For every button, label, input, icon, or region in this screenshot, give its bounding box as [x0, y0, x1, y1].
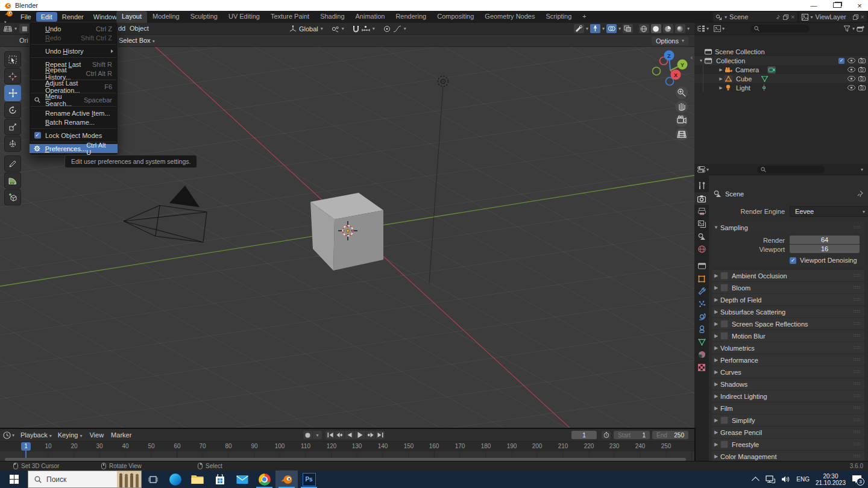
taskbar-chrome[interactable] [253, 471, 275, 488]
taskbar-mail[interactable] [231, 471, 253, 488]
falloff-caret[interactable]: ▾ [404, 26, 406, 31]
language-indicator[interactable]: ENG [796, 476, 810, 483]
breadcrumb[interactable]: Scene [725, 190, 744, 198]
end-frame-field[interactable]: End250 [652, 431, 688, 439]
panel-curves[interactable]: ▶Curves∷∷ [712, 366, 864, 378]
tool-move[interactable] [4, 85, 21, 101]
tool-measure[interactable] [4, 172, 21, 189]
tab-object[interactable] [694, 272, 709, 285]
close-button[interactable]: × [856, 1, 863, 10]
sidebar-collapse-arrow[interactable]: ‹ [691, 54, 693, 61]
panel-indirect-lighting[interactable]: ▶Indirect Lighting∷∷ [712, 390, 864, 402]
tab-collection[interactable] [694, 260, 709, 272]
tab-world[interactable] [694, 243, 709, 255]
shading-solid-button[interactable] [651, 24, 661, 33]
show-gizmo-toggle[interactable] [574, 24, 584, 33]
outliner-editor-icon[interactable] [697, 25, 705, 32]
restore-button[interactable] [833, 2, 840, 9]
render-visibility-camera-icon[interactable] [858, 58, 866, 63]
outliner-row-camera[interactable]: ▶ Camera [694, 65, 868, 74]
proportional-edit-icon[interactable] [383, 25, 391, 33]
taskbar-edge[interactable] [164, 471, 186, 488]
network-icon[interactable] [766, 475, 775, 483]
tab-texture[interactable] [694, 361, 709, 374]
pivot-caret[interactable]: ▾ [342, 26, 344, 31]
expand-arrow-icon[interactable]: ▼ [698, 58, 704, 63]
panel-volumetrics[interactable]: ▶Volumetrics∷∷ [712, 342, 864, 354]
snap-caret[interactable]: ▾ [373, 26, 375, 31]
tab-modifiers[interactable] [694, 285, 709, 298]
drag-handle[interactable]: ∷∷ [854, 225, 861, 230]
panel-simplify[interactable]: ▶Simplify∷∷ [712, 414, 864, 426]
tab-sculpting[interactable]: Sculpting [185, 11, 223, 23]
taskbar-store[interactable] [209, 471, 231, 488]
gizmo-caret[interactable]: ▾ [586, 26, 588, 31]
tab-layout[interactable]: Layout [116, 11, 147, 23]
add-workspace-button[interactable]: + [577, 11, 591, 23]
gizmo-neg-y[interactable] [653, 67, 661, 75]
sampling-render-field[interactable]: 64 [790, 236, 860, 244]
timeline-editor-icon[interactable] [3, 431, 11, 439]
editor-type-caret[interactable]: ▾ [14, 26, 17, 31]
scene-selector[interactable]: ▾ Scene × [713, 12, 797, 22]
panel-checkbox[interactable] [720, 332, 728, 340]
render-visibility-camera-icon[interactable] [858, 67, 866, 72]
tab-scripting[interactable]: Scripting [540, 11, 577, 23]
shading-caret[interactable]: ▾ [687, 26, 690, 31]
panel-subsurface-scattering[interactable]: ▶Subsurface Scattering∷∷ [712, 306, 864, 318]
tab-uv-editing[interactable]: UV Editing [223, 11, 265, 23]
menu-item-adjust-last-operation[interactable]: Adjust Last Operation...F6 [30, 82, 118, 91]
tab-constraints[interactable] [694, 323, 709, 336]
tool-transform[interactable] [4, 136, 21, 152]
outliner-row-cube[interactable]: ▶ Cube [694, 74, 868, 83]
play-reverse-button[interactable] [345, 431, 354, 439]
mode-icon[interactable] [19, 24, 30, 33]
panel-ambient-occlusion[interactable]: ▶Ambient Occlusion∷∷ [712, 270, 864, 281]
tray-expand-icon[interactable] [752, 477, 760, 484]
prev-keyframe-button[interactable] [335, 431, 344, 439]
properties-search-input[interactable] [757, 166, 825, 174]
pin-icon[interactable] [857, 190, 863, 197]
panel-depth-of-field[interactable]: ▶Depth of Field∷∷ [712, 294, 864, 305]
menu-item-menu-search[interactable]: Menu Search...Spacebar [30, 95, 118, 104]
tab-rendering[interactable]: Rendering [390, 11, 432, 23]
gizmos-toggle[interactable] [590, 24, 600, 33]
jump-to-start-button[interactable] [326, 431, 335, 439]
panel-screen-space-reflections[interactable]: ▶Screen Space Reflections∷∷ [712, 318, 864, 330]
volume-icon[interactable] [781, 475, 790, 483]
orientation-value[interactable]: Global [299, 25, 318, 33]
menu-render[interactable]: Render [57, 12, 89, 22]
tab-render[interactable] [694, 192, 709, 205]
editor-type-icon[interactable] [4, 25, 12, 33]
eye-icon[interactable] [848, 76, 855, 81]
menu-item-undo-history[interactable]: Undo History [30, 46, 118, 55]
outliner-filter-obj-icon[interactable] [714, 25, 721, 32]
tab-modeling[interactable]: Modeling [147, 11, 185, 23]
render-visibility-camera-icon[interactable] [858, 85, 866, 90]
tab-compositing[interactable]: Compositing [432, 11, 479, 23]
eye-icon[interactable] [848, 58, 855, 63]
new-viewlayer-icon[interactable] [853, 14, 858, 20]
collection-checkbox[interactable]: ✓ [838, 58, 844, 64]
render-engine-dropdown[interactable]: Eevee ▾ [790, 206, 868, 217]
expand-arrow-icon[interactable]: ▶ [718, 86, 724, 90]
sampling-viewport-field[interactable]: 16 [790, 245, 860, 253]
overlays-caret[interactable]: ▾ [618, 26, 621, 31]
expand-arrow-icon[interactable]: ▶ [718, 67, 724, 72]
snap-magnet-icon[interactable] [353, 25, 359, 33]
properties-editor-icon[interactable] [697, 166, 705, 173]
shading-material-button[interactable] [663, 24, 673, 33]
menu-item-undo[interactable]: UndoCtrl Z [30, 24, 118, 33]
panel-motion-blur[interactable]: ▶Motion Blur∷∷ [712, 330, 864, 342]
timeline-ruler[interactable]: 1020 3040 5060 7080 90100 110120 130140 … [0, 442, 694, 451]
outliner-row-scene-collection[interactable]: Scene Collection [694, 47, 868, 56]
playback-menu[interactable]: Playback ▾ [20, 431, 52, 439]
tab-object-data[interactable] [694, 336, 709, 348]
panel-freestyle[interactable]: ▶Freestyle∷∷ [712, 439, 864, 450]
orientation-caret[interactable]: ▾ [321, 26, 323, 31]
pin-icon[interactable] [775, 14, 781, 20]
menu-item-batch-rename[interactable]: Batch Rename... [30, 117, 118, 127]
pivot-point-icon[interactable] [332, 25, 339, 33]
timeline-editor-caret[interactable]: ▾ [12, 433, 14, 438]
tab-physics[interactable] [694, 310, 709, 323]
